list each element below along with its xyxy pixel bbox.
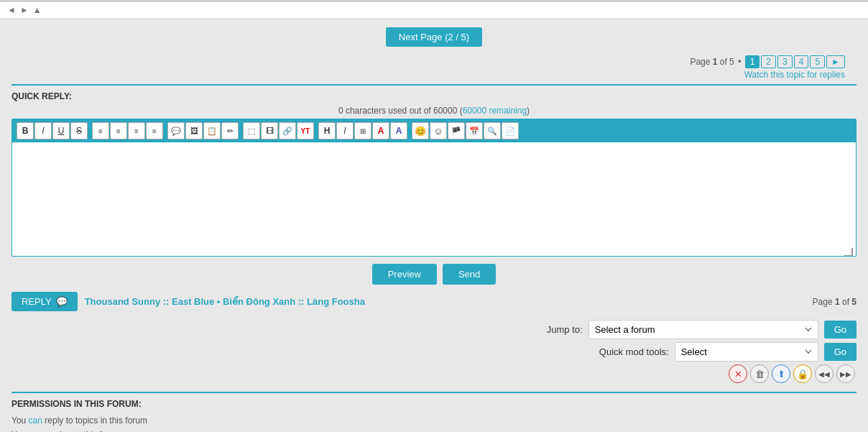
table-button[interactable]: ⊞ [354,122,371,139]
code-button[interactable]: ⬚ [243,122,260,139]
video-button[interactable]: 🎞 [261,122,278,139]
toolbar-group-text: H I ⊞ A A [318,122,407,139]
permission-line-1: You can reply to topics in this forum [11,413,857,428]
reply-row: REPLY 💬 Thousand Sunny :: East Blue • Bi… [11,292,857,311]
perm-can-1: can [29,415,42,426]
link-button[interactable]: 🔗 [279,122,296,139]
quote-button[interactable]: 💬 [167,122,185,139]
nav-up-arrow[interactable]: ▲ [33,5,42,15]
editor-content-area [12,142,856,256]
mod-trash-button[interactable]: 🗑 [750,364,769,383]
toolbar-group-insert: 💬 🖼 📋 ✏ [167,122,239,139]
toolbar-group-media: ⬚ 🎞 🔗 YT [243,122,314,139]
mod-tools-row: Quick mod tools: Select Go [11,342,857,362]
editor-toolbar: B I U S ≡ ≡ ≡ ≡ 💬 🖼 📋 ✏ [12,119,856,142]
next-page-button[interactable]: Next Page (2 / 5) [386,27,482,47]
jump-label: Jump to: [547,324,583,335]
jump-go-button[interactable]: Go [824,321,857,339]
pagination-top: Page 1 of 5 • 1 2 3 4 5 ► Watch this top… [11,52,857,81]
bold-button[interactable]: B [17,122,34,139]
mod-delete-button[interactable]: ✕ [729,364,747,383]
nav-right-arrow[interactable]: ► [20,5,29,15]
document-button[interactable]: 📄 [502,122,519,139]
page-numbers-row: Page 1 of 5 • 1 2 3 4 5 ► [690,55,845,68]
reply-label: REPLY [22,296,52,307]
breadcrumb: Thousand Sunny :: East Blue • Biển Đông … [85,296,365,307]
permissions-text: You can reply to topics in this forum Yo… [11,413,857,432]
action-buttons: Preview Send [11,264,857,285]
align-center-button[interactable]: ≡ [110,122,127,139]
char-count: 0 characters used out of 60000 (60000 re… [11,106,857,116]
font-bg-button[interactable]: A [390,122,407,139]
align-right-button[interactable]: ≡ [128,122,145,139]
page-5-button[interactable]: 5 [810,55,825,68]
align-left-button[interactable]: ≡ [92,122,109,139]
toolbar-group-align: ≡ ≡ ≡ ≡ [92,122,163,139]
quick-reply-label: QUICK REPLY: [11,91,857,101]
reply-icon: 💬 [56,296,68,307]
preview-button[interactable]: Preview [372,264,437,285]
italic-button[interactable]: I [34,122,52,139]
mod-tools-label: Quick mod tools: [599,346,669,357]
resize-handle[interactable] [12,249,856,256]
jump-select[interactable]: Select a forum [588,320,818,339]
font-color-button[interactable]: A [372,122,389,139]
mod-moveup-button[interactable]: ⬆ [772,364,790,383]
page-label: Page 1 of 5 [690,57,734,67]
reply-textarea[interactable] [12,142,856,247]
emoji-button[interactable]: ☺ [430,122,447,139]
page-4-button[interactable]: 4 [794,55,809,68]
smiley-button[interactable]: 😊 [412,122,429,139]
permission-line-2: You can moderate this forum [11,428,857,432]
reply-button[interactable]: REPLY 💬 [11,292,78,311]
search-button[interactable]: 🔍 [484,122,501,139]
page-2-button[interactable]: 2 [761,55,776,68]
underline-button[interactable]: U [52,122,70,139]
editor-wrapper: B I U S ≡ ≡ ≡ ≡ 💬 🖼 📋 ✏ [11,119,857,257]
permissions-section: PERMISSIONS IN THIS FORUM: You can reply… [11,392,857,432]
char-remaining: 60000 remaining [463,106,527,116]
flag-button[interactable]: 🏴 [448,122,465,139]
page-3-button[interactable]: 3 [777,55,793,68]
strike-button[interactable]: S [70,122,88,139]
toolbar-group-extras: 😊 ☺ 🏴 📅 🔍 📄 [412,122,519,139]
paste-button[interactable]: 📋 [203,122,221,139]
mod-last-button[interactable]: ▶▶ [836,364,855,383]
mod-lock-button[interactable]: 🔒 [793,364,812,383]
date-button[interactable]: 📅 [466,122,483,139]
breadcrumb-link[interactable]: Thousand Sunny :: East Blue • Biển Đông … [85,296,365,307]
resize-icon [844,248,853,257]
toolbar-group-formatting: B I U S [17,122,88,139]
jump-to-row: Jump to: Select a forum Go [11,320,857,339]
mod-first-button[interactable]: ◀◀ [815,364,834,383]
youtube-button[interactable]: YT [297,122,314,139]
edit-button[interactable]: ✏ [221,122,239,139]
page-next-arrow[interactable]: ► [826,55,845,68]
mod-tools-select[interactable]: Select [675,342,818,362]
mod-icons-row: ✕ 🗑 ⬆ 🔒 ◀◀ ▶▶ [11,364,857,383]
mod-tools-go-button[interactable]: Go [824,343,857,361]
top-nav-bar: ◄ ► ▲ [0,2,868,19]
permissions-title: PERMISSIONS IN THIS FORUM: [11,399,857,409]
quick-reply-section: QUICK REPLY: 0 characters used out of 60… [11,84,857,257]
watch-topic-link[interactable]: Watch this topic for replies [744,70,845,80]
italic2-button[interactable]: I [336,122,354,139]
page-info-right: Page 1 of 5 [813,297,857,307]
page-1-button[interactable]: 1 [745,55,760,68]
heading-button[interactable]: H [318,122,336,139]
nav-left-arrow[interactable]: ◄ [7,5,16,15]
justify-button[interactable]: ≡ [146,122,163,139]
image-button[interactable]: 🖼 [185,122,203,139]
send-button[interactable]: Send [443,264,496,285]
